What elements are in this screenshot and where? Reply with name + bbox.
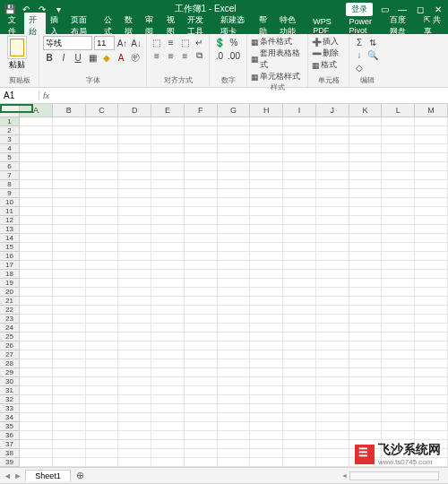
- cell[interactable]: [349, 297, 383, 306]
- cell[interactable]: [151, 350, 185, 359]
- cell[interactable]: [349, 243, 383, 252]
- row-header-31[interactable]: 31: [0, 386, 19, 395]
- cell[interactable]: [316, 171, 349, 180]
- cell[interactable]: [316, 315, 349, 324]
- cell[interactable]: [118, 288, 151, 297]
- cell[interactable]: [250, 171, 283, 180]
- col-header-M[interactable]: M: [415, 104, 448, 117]
- cell[interactable]: [185, 306, 218, 315]
- cell[interactable]: [382, 297, 415, 306]
- cell[interactable]: [250, 324, 283, 333]
- cell[interactable]: [382, 315, 415, 324]
- cell[interactable]: [151, 225, 185, 234]
- cell[interactable]: [349, 135, 383, 144]
- cell[interactable]: [382, 279, 415, 288]
- cell[interactable]: [218, 207, 251, 216]
- cell[interactable]: [415, 216, 448, 225]
- row-header-14[interactable]: 14: [0, 234, 19, 243]
- cell[interactable]: [415, 449, 448, 458]
- cell[interactable]: [118, 297, 151, 306]
- cell[interactable]: [349, 386, 383, 395]
- cell[interactable]: [118, 198, 151, 207]
- cell[interactable]: [349, 288, 383, 297]
- cell[interactable]: [283, 126, 316, 135]
- cell[interactable]: [151, 261, 185, 270]
- row-header-21[interactable]: 21: [0, 297, 19, 306]
- cell[interactable]: [151, 135, 185, 144]
- cell[interactable]: [415, 288, 448, 297]
- cell[interactable]: [151, 126, 185, 135]
- cell[interactable]: [250, 377, 283, 386]
- col-header-A[interactable]: A: [20, 104, 53, 117]
- cell[interactable]: [20, 368, 53, 377]
- cell[interactable]: [185, 297, 218, 306]
- col-header-K[interactable]: K: [349, 104, 383, 117]
- cell[interactable]: [151, 144, 185, 153]
- cell[interactable]: [250, 234, 283, 243]
- cell[interactable]: [53, 189, 86, 198]
- percent-icon[interactable]: %: [228, 36, 240, 48]
- cell[interactable]: [316, 153, 349, 162]
- cell[interactable]: [118, 368, 151, 377]
- cell[interactable]: [218, 198, 251, 207]
- cell[interactable]: [185, 198, 218, 207]
- cell[interactable]: [349, 306, 383, 315]
- cell[interactable]: [218, 431, 251, 440]
- row-header-24[interactable]: 24: [0, 324, 19, 333]
- cell[interactable]: [316, 341, 349, 350]
- cell[interactable]: [118, 117, 151, 126]
- cell[interactable]: [218, 458, 251, 467]
- cell[interactable]: [86, 243, 119, 252]
- cell[interactable]: [218, 341, 251, 350]
- cell[interactable]: [118, 216, 151, 225]
- cell[interactable]: [53, 306, 86, 315]
- cell[interactable]: [250, 333, 283, 341]
- cell[interactable]: [218, 189, 251, 198]
- cell[interactable]: [250, 225, 283, 234]
- cell[interactable]: [283, 135, 316, 144]
- cell[interactable]: [250, 279, 283, 288]
- cell[interactable]: [20, 279, 53, 288]
- fx-button[interactable]: fx: [39, 91, 53, 100]
- cell[interactable]: [185, 458, 218, 467]
- row-header-13[interactable]: 13: [0, 225, 19, 234]
- cell[interactable]: [316, 404, 349, 413]
- cell[interactable]: [316, 458, 349, 467]
- cell[interactable]: [250, 440, 283, 449]
- cell[interactable]: [53, 252, 86, 261]
- cell[interactable]: [185, 315, 218, 324]
- cell[interactable]: [53, 431, 86, 440]
- cell[interactable]: [185, 135, 218, 144]
- cell[interactable]: [415, 198, 448, 207]
- cell[interactable]: [316, 189, 349, 198]
- align-right-icon[interactable]: ≡: [179, 49, 192, 62]
- cell[interactable]: [415, 306, 448, 315]
- cell[interactable]: [349, 324, 383, 333]
- cell[interactable]: [86, 117, 119, 126]
- cell[interactable]: [415, 171, 448, 180]
- row-header-29[interactable]: 29: [0, 368, 19, 377]
- cell[interactable]: [185, 252, 218, 261]
- cell[interactable]: [151, 359, 185, 368]
- col-header-I[interactable]: I: [283, 104, 316, 117]
- cell[interactable]: [218, 404, 251, 413]
- cell[interactable]: [316, 395, 349, 404]
- cell[interactable]: [185, 324, 218, 333]
- cell[interactable]: [86, 207, 119, 216]
- cell[interactable]: [250, 306, 283, 315]
- cell[interactable]: [151, 243, 185, 252]
- cell[interactable]: [250, 144, 283, 153]
- cell[interactable]: [218, 288, 251, 297]
- cell[interactable]: [218, 413, 251, 422]
- cell[interactable]: [20, 162, 53, 171]
- cell[interactable]: [218, 171, 251, 180]
- cell[interactable]: [86, 261, 119, 270]
- cell[interactable]: [349, 234, 383, 243]
- cell[interactable]: [349, 171, 383, 180]
- cell[interactable]: [218, 135, 251, 144]
- cell[interactable]: [283, 162, 316, 171]
- fill-icon[interactable]: ↓: [353, 48, 366, 61]
- font-color-icon[interactable]: A: [115, 51, 127, 64]
- cell[interactable]: [53, 458, 86, 467]
- cell[interactable]: [382, 153, 415, 162]
